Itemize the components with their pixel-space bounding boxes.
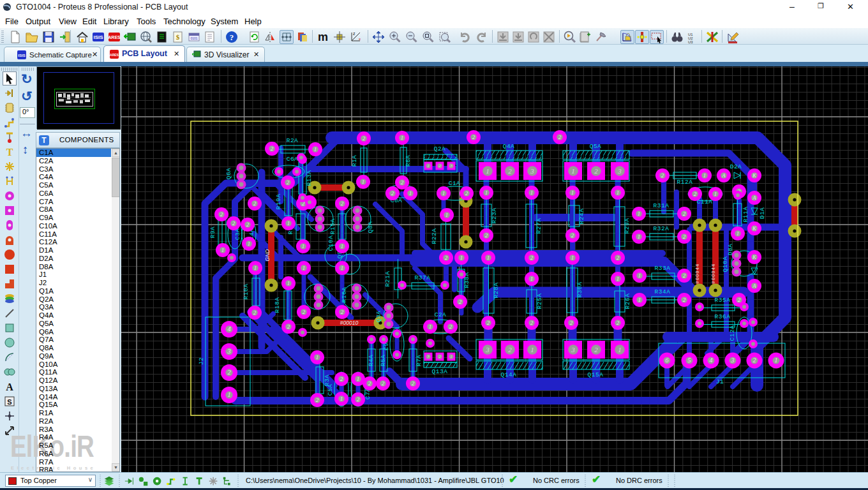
svg-text:R21A: R21A [384, 271, 391, 287]
svg-text:2: 2 [340, 376, 343, 382]
svg-text:1: 1 [442, 190, 445, 197]
svg-text:T: T [6, 147, 13, 158]
svg-text:R12A: R12A [677, 179, 693, 186]
svg-text:1: 1 [530, 189, 533, 196]
svg-text:3: 3 [731, 357, 735, 364]
svg-text:1: 1 [737, 230, 739, 237]
svg-text:2: 2 [571, 232, 574, 239]
svg-text:1: 1 [314, 146, 317, 152]
svg-text:GND: GND [264, 249, 271, 262]
svg-text:m: m [318, 31, 328, 43]
svg-text:1: 1 [460, 255, 463, 261]
svg-text:4: 4 [710, 357, 713, 364]
svg-text:R11A: R11A [742, 207, 749, 223]
svg-text:1: 1 [221, 247, 224, 253]
svg-text:Q14A: Q14A [501, 371, 517, 378]
svg-text:R31A: R31A [654, 202, 670, 209]
svg-text:2: 2 [438, 354, 441, 359]
svg-text:0101: 0101 [190, 36, 197, 40]
svg-text:R35A: R35A [715, 297, 731, 304]
svg-text:2: 2 [738, 297, 741, 303]
svg-text:A: A [721, 172, 726, 179]
svg-text:2: 2 [683, 297, 686, 303]
svg-text:R1A: R1A [351, 155, 358, 167]
svg-text:1: 1 [486, 167, 490, 175]
svg-text:2: 2 [617, 320, 620, 326]
svg-text:$: $ [176, 33, 180, 41]
svg-text:2: 2 [508, 346, 512, 353]
svg-text:2: 2 [253, 309, 257, 316]
svg-text:Q13A: Q13A [432, 368, 448, 375]
svg-text:R23A: R23A [491, 208, 498, 224]
svg-text:2: 2 [487, 320, 490, 326]
svg-text:S: S [7, 398, 11, 406]
svg-text:K: K [752, 172, 757, 179]
svg-text:1: 1 [487, 255, 490, 261]
svg-text:A: A [6, 382, 13, 392]
svg-text:ISIS: ISIS [18, 54, 25, 57]
svg-text:1: 1 [638, 272, 641, 279]
svg-text:C10A: C10A [327, 235, 334, 251]
svg-text:1: 1 [429, 323, 431, 330]
svg-text:C6A: C6A [287, 156, 299, 163]
svg-text:R18A: R18A [274, 297, 281, 313]
svg-text:1: 1 [530, 346, 534, 353]
svg-text:R4A: R4A [368, 355, 375, 367]
svg-text:2: 2 [445, 255, 448, 261]
svg-text:J2: J2 [198, 357, 205, 365]
svg-text:1: 1 [571, 167, 575, 175]
svg-text:2: 2 [316, 397, 319, 403]
svg-text:1: 1 [775, 357, 778, 364]
svg-text:1: 1 [357, 376, 359, 382]
svg-text:2: 2 [341, 309, 344, 315]
svg-text:1: 1 [703, 172, 706, 179]
svg-text:3: 3 [227, 348, 230, 355]
svg-text:D1A: D1A [759, 207, 766, 219]
svg-text:U3: U3 [688, 40, 693, 43]
svg-text:1: 1 [303, 265, 305, 271]
svg-text:R37A: R37A [415, 274, 431, 281]
svg-text:R28A: R28A [493, 283, 500, 299]
svg-text:Q3A: Q3A [375, 311, 382, 323]
svg-text:1: 1 [617, 276, 619, 282]
svg-text:R19A: R19A [275, 194, 282, 210]
svg-text:2: 2 [449, 323, 453, 330]
svg-text:1: 1 [248, 241, 250, 247]
svg-text:1: 1 [638, 297, 641, 303]
svg-text:Q5A: Q5A [590, 143, 602, 150]
svg-text:3: 3 [449, 163, 453, 168]
svg-text:J1: J1 [716, 378, 724, 385]
svg-text:C2A: C2A [435, 311, 447, 318]
svg-text:1: 1 [302, 243, 304, 249]
svg-text:2: 2 [594, 167, 598, 175]
svg-text:2: 2 [683, 272, 686, 279]
svg-text:2: 2 [303, 309, 306, 315]
svg-text:2: 2 [220, 211, 223, 218]
svg-text:1: 1 [254, 265, 257, 271]
svg-text:1: 1 [340, 396, 343, 402]
svg-text:2: 2 [485, 232, 488, 239]
svg-text:1: 1 [362, 179, 364, 185]
svg-text:2: 2 [232, 220, 236, 226]
svg-text:Q2A: Q2A [434, 145, 446, 152]
svg-text:2: 2 [661, 172, 664, 179]
svg-text:3: 3 [530, 167, 534, 175]
svg-text:2: 2 [246, 221, 250, 228]
svg-text:3: 3 [571, 346, 575, 353]
svg-text:Q15A: Q15A [588, 371, 604, 378]
svg-text:2: 2 [271, 145, 274, 152]
svg-text:C1A: C1A [449, 180, 461, 187]
svg-text:#00044: #00044 [710, 264, 716, 284]
svg-text:D2A: D2A [730, 163, 742, 170]
svg-text:R26A: R26A [624, 293, 631, 309]
svg-text:R30A: R30A [576, 282, 583, 298]
svg-text:R33A: R33A [655, 265, 671, 272]
svg-text:1: 1 [401, 135, 403, 141]
svg-text:1: 1 [287, 280, 290, 286]
svg-text:C12A: C12A [729, 325, 736, 341]
svg-text:#00010: #00010 [340, 320, 359, 326]
svg-text:R32A: R32A [654, 225, 670, 232]
svg-text:2: 2 [459, 299, 462, 305]
svg-text:1: 1 [714, 191, 717, 197]
svg-text:1: 1 [618, 346, 622, 353]
